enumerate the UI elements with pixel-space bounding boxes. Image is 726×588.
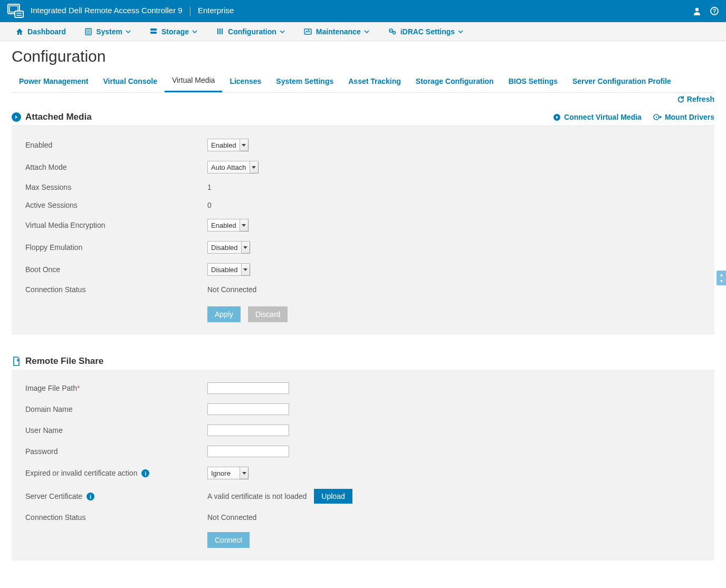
- nav-system[interactable]: System: [75, 22, 140, 41]
- label-vm-encryption: Virtual Media Encryption: [25, 221, 207, 229]
- value-active-sessions: 0: [207, 201, 212, 209]
- label-user-name: User Name: [25, 426, 207, 435]
- select-attach-mode[interactable]: Auto Attach: [207, 161, 259, 173]
- chevron-down-icon: [240, 467, 248, 479]
- label-server-certificate: Server Certificate i: [25, 492, 207, 501]
- label-password: Password: [25, 447, 207, 456]
- user-name-input[interactable]: [207, 425, 289, 436]
- value-server-certificate-msg: A valid certificate is not loaded: [207, 492, 307, 500]
- info-icon[interactable]: i: [87, 493, 94, 500]
- password-input[interactable]: [207, 446, 289, 457]
- tab-bios-settings[interactable]: BIOS Settings: [501, 72, 565, 92]
- maintenance-icon: [304, 28, 312, 35]
- play-circle-icon: [553, 113, 561, 121]
- label-domain-name: Domain Name: [25, 405, 207, 413]
- svg-rect-13: [150, 32, 157, 34]
- mount-drivers-link[interactable]: Mount Drivers: [653, 113, 714, 121]
- chevron-down-icon: ▾: [720, 278, 723, 284]
- value-rfs-connection-status: Not Connected: [207, 513, 256, 522]
- label-attach-mode: Attach Mode: [25, 163, 207, 171]
- label-image-file-path: Image File Path*: [25, 384, 207, 392]
- storage-icon: [150, 28, 157, 35]
- home-icon: [16, 28, 23, 35]
- chevron-down-icon: [241, 242, 250, 253]
- top-banner: Integrated Dell Remote Access Controller…: [0, 0, 726, 22]
- select-boot-once[interactable]: Disabled: [207, 263, 250, 276]
- tab-licenses[interactable]: Licenses: [222, 72, 269, 92]
- page-title: Configuration: [12, 47, 714, 65]
- mount-icon: [653, 113, 662, 121]
- svg-rect-14: [217, 28, 218, 34]
- svg-rect-15: [219, 28, 221, 34]
- chevron-down-icon: [458, 30, 463, 33]
- chevron-down-icon: [364, 30, 369, 33]
- label-boot-once: Boot Once: [25, 265, 207, 274]
- top-nav: Dashboard System Storage Configuration M…: [0, 22, 726, 41]
- chevron-down-icon: [280, 30, 285, 33]
- svg-rect-2: [15, 11, 23, 17]
- label-certificate-action: Expired or invalid certificate action i: [25, 469, 207, 478]
- tab-power-management[interactable]: Power Management: [12, 72, 95, 92]
- svg-point-5: [695, 8, 699, 11]
- select-certificate-action[interactable]: Ignore: [207, 467, 249, 479]
- tab-asset-tracking[interactable]: Asset Tracking: [341, 72, 408, 92]
- nav-idrac-settings[interactable]: iDRAC Settings: [379, 22, 473, 41]
- svg-rect-12: [150, 28, 157, 31]
- chevron-up-icon: ▴: [720, 272, 723, 278]
- svg-point-19: [390, 30, 391, 31]
- label-enabled: Enabled: [25, 141, 207, 149]
- chevron-down-icon: [241, 264, 250, 275]
- svg-text:?: ?: [713, 8, 716, 14]
- chevron-down-icon: [240, 139, 248, 151]
- chevron-down-icon: [192, 30, 197, 33]
- value-max-sessions: 1: [207, 183, 212, 191]
- section-attached-media: Attached Media Connect Virtual Media Mou…: [12, 109, 714, 335]
- image-file-path-input[interactable]: [207, 382, 289, 394]
- chevron-down-icon: [126, 30, 131, 33]
- svg-point-21: [394, 32, 395, 33]
- tab-bar: Power Management Virtual Console Virtual…: [12, 71, 714, 93]
- refresh-link[interactable]: Refresh: [677, 95, 714, 103]
- nav-dashboard[interactable]: Dashboard: [6, 22, 75, 41]
- chevron-down-icon: [240, 219, 248, 231]
- svg-point-24: [656, 117, 657, 118]
- label-connection-status: Connection Status: [25, 285, 207, 294]
- brand-icon: [7, 4, 24, 18]
- select-vm-encryption[interactable]: Enabled: [207, 219, 249, 232]
- scroll-handle[interactable]: ▴ ▾: [717, 271, 726, 285]
- nav-storage[interactable]: Storage: [140, 22, 207, 41]
- apply-button[interactable]: Apply: [207, 306, 241, 322]
- nav-configuration[interactable]: Configuration: [207, 22, 294, 41]
- tab-server-configuration-profile[interactable]: Server Configuration Profile: [565, 72, 679, 92]
- label-active-sessions: Active Sessions: [25, 201, 207, 209]
- banner-title: Integrated Dell Remote Access Controller…: [31, 6, 234, 16]
- upload-button[interactable]: Upload: [314, 489, 352, 504]
- connect-virtual-media-link[interactable]: Connect Virtual Media: [553, 113, 642, 121]
- discard-button[interactable]: Discard: [248, 306, 288, 322]
- select-enabled[interactable]: Enabled: [207, 139, 249, 151]
- svg-rect-16: [222, 28, 223, 34]
- tab-virtual-console[interactable]: Virtual Console: [95, 72, 164, 92]
- section-toggle-icon[interactable]: [12, 112, 21, 122]
- nav-maintenance[interactable]: Maintenance: [294, 22, 379, 41]
- connect-button[interactable]: Connect: [207, 532, 250, 548]
- select-floppy-emulation[interactable]: Disabled: [207, 241, 250, 254]
- label-max-sessions: Max Sessions: [25, 183, 207, 191]
- section-title: Attached Media: [25, 112, 92, 122]
- tab-system-settings[interactable]: System Settings: [269, 72, 341, 92]
- domain-name-input[interactable]: [207, 403, 289, 415]
- section-remote-file-share: Remote File Share Image File Path* Domai…: [12, 353, 714, 561]
- system-icon: [85, 28, 92, 35]
- sliders-icon: [216, 28, 224, 35]
- tab-storage-configuration[interactable]: Storage Configuration: [408, 72, 501, 92]
- section-title: Remote File Share: [25, 356, 103, 367]
- user-icon[interactable]: [693, 7, 701, 15]
- tab-virtual-media[interactable]: Virtual Media: [165, 71, 222, 92]
- chevron-down-icon: [250, 161, 258, 173]
- label-rfs-connection-status: Connection Status: [25, 513, 207, 522]
- gears-icon: [388, 28, 396, 35]
- help-icon[interactable]: ?: [710, 7, 719, 15]
- info-icon[interactable]: i: [141, 469, 149, 477]
- value-connection-status: Not Connected: [207, 285, 256, 294]
- file-share-icon: [12, 356, 21, 366]
